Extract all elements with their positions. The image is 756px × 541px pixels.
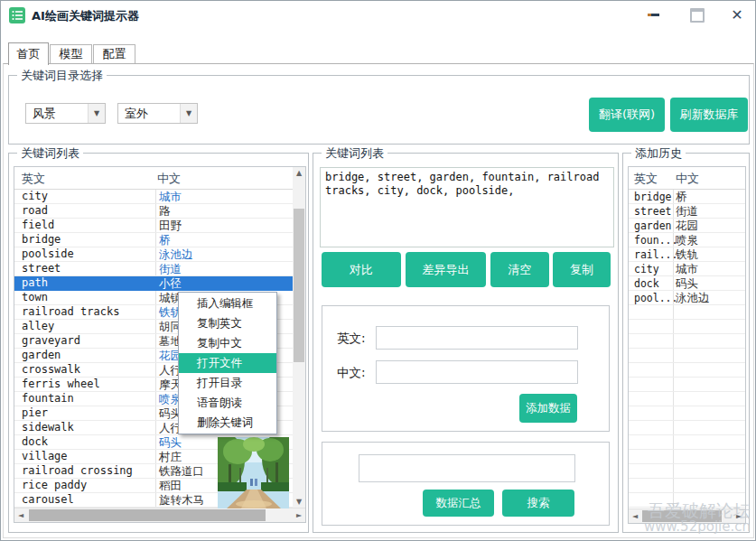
chevron-down-icon[interactable]: ▼ [88,104,105,123]
context-menu-item[interactable]: 打开文件 [179,353,276,373]
cell-english: pier [22,406,48,420]
history-group-label: 添加历史 [631,145,686,162]
history-empty-row [629,320,745,334]
history-empty-row [629,493,745,508]
history-empty-row [629,378,745,392]
horizontal-scrollbar[interactable]: ◄ ► [14,508,305,522]
scroll-left-icon[interactable]: ◄ [14,508,27,522]
history-table: 英文 中文 bridge桥street街道garden花园foun...喷泉ra… [628,166,746,524]
cell-english: foun... [634,234,677,247]
history-empty-row [629,464,745,479]
maximize-button[interactable] [686,5,708,26]
column-header-english[interactable]: 英文 [634,171,658,187]
context-menu-item[interactable]: 复制中文 [179,333,276,353]
cell-english: city [634,263,659,275]
history-groupbox: 添加历史 英文 中文 bridge桥street街道garden花园foun..… [622,153,750,533]
table-row[interactable]: city城市 [14,190,293,204]
cell-english: village [22,450,68,463]
scroll-left-icon[interactable]: ◄ [629,509,641,523]
maximize-icon [690,8,705,23]
minimize-icon [648,14,659,16]
column-header-english[interactable]: 英文 [22,171,45,187]
history-empty-row [629,363,745,378]
minimize-button[interactable] [643,5,665,26]
keyword-list-group-label: 关键词列表 [17,145,83,162]
category-combobox-value: 风景 [33,107,56,120]
cell-english: pool... [634,292,677,304]
history-row[interactable]: bridge桥 [629,190,745,204]
table-row[interactable]: bridge桥 [14,233,293,247]
cell-chinese: 泳池边 [159,247,193,261]
context-menu-item[interactable]: 打开目录 [179,373,276,393]
translate-button[interactable]: 翻译(联网) [589,98,665,132]
history-empty-row [629,450,745,464]
title-bar: AI绘画关键词提示器 ✕ [1,1,755,32]
cell-chinese: 城市 [159,190,182,203]
scrollbar-thumb[interactable] [29,509,266,521]
scrollbar-thumb[interactable] [642,510,722,522]
cell-english: ferris wheel [22,378,100,391]
context-menu-item[interactable]: 插入编辑框 [179,294,276,313]
history-row[interactable]: city城市 [629,262,745,276]
context-menu-item[interactable]: 语音朗读 [179,393,276,413]
vertical-scrollbar[interactable]: ▲ ▼ [293,167,305,508]
scroll-down-icon[interactable]: ▼ [293,496,305,508]
table-row[interactable]: poolside泳池边 [14,247,293,262]
context-menu-item[interactable]: 复制英文 [179,313,276,333]
cell-english: railroad tracks [22,305,119,319]
category-combobox[interactable]: 风景 ▼ [25,103,106,124]
tab-model[interactable]: 模型 [50,44,92,63]
english-label: 英文: [337,331,366,347]
keywords-textarea[interactable]: bridge, street, garden, fountain, railro… [320,167,614,247]
scroll-right-icon[interactable]: ► [293,508,305,522]
column-header-chinese[interactable]: 中文 [676,171,699,187]
table-row[interactable]: field田野 [14,219,293,233]
history-empty-row [629,435,745,450]
catalog-group-label: 关键词目录选择 [17,68,107,84]
cell-chinese: 村庄 [159,450,182,463]
preview-thumbnail [218,437,289,508]
tab-config[interactable]: 配置 [93,44,135,63]
table-row[interactable]: path小径 [14,276,293,291]
cell-english: city [22,190,48,203]
compare-button[interactable]: 对比 [322,252,401,287]
clear-button[interactable]: 清空 [490,252,549,287]
close-button[interactable]: ✕ [726,5,748,26]
tab-home[interactable]: 首页 [8,42,49,65]
close-icon: ✕ [731,6,742,23]
history-row[interactable]: dock码头 [629,276,745,291]
history-row[interactable]: foun...喷泉 [629,233,745,247]
scrollbar-thumb[interactable] [294,209,304,362]
chinese-field[interactable] [376,360,578,384]
english-field[interactable] [376,326,578,350]
scroll-up-icon[interactable]: ▲ [293,167,305,180]
table-row[interactable]: road路 [14,204,293,219]
history-row[interactable]: garden花园 [629,219,745,233]
search-button[interactable]: 搜索 [502,490,574,517]
cell-english: railroad crossing [22,464,133,478]
table-row[interactable]: street街道 [14,262,293,276]
column-header-chinese[interactable]: 中文 [157,171,181,187]
history-row[interactable]: rail...铁轨 [629,247,745,262]
cell-chinese: 城市 [676,262,698,275]
cell-english: town [22,291,48,304]
chevron-down-icon[interactable]: ▼ [180,104,197,123]
search-input[interactable] [359,454,575,482]
history-empty-row [629,479,745,493]
context-menu-item[interactable]: 删除关键词 [179,413,276,433]
refresh-database-button[interactable]: 刷新数据库 [670,98,748,132]
add-data-button[interactable]: 添加数据 [519,394,577,423]
subcategory-combobox[interactable]: 室外 ▼ [117,103,198,124]
history-row[interactable]: street街道 [629,204,745,219]
history-row[interactable]: pool...泳池边 [629,291,745,305]
add-data-panel: 英文: 中文: 添加数据 [322,305,610,432]
diff-export-button[interactable]: 差异导出 [406,252,486,287]
cell-english: carousel [22,493,74,507]
cell-chinese: 码头 [159,435,182,449]
copy-button[interactable]: 复制 [553,252,611,287]
scroll-right-icon[interactable]: ► [733,509,745,523]
data-summary-button[interactable]: 数据汇总 [423,490,494,517]
horizontal-scrollbar[interactable]: ◄ ► [629,508,745,523]
context-menu: 插入编辑框复制英文复制中文打开文件打开目录语音朗读删除关键词 [178,292,277,434]
search-panel: 数据汇总 搜索 [322,442,610,526]
